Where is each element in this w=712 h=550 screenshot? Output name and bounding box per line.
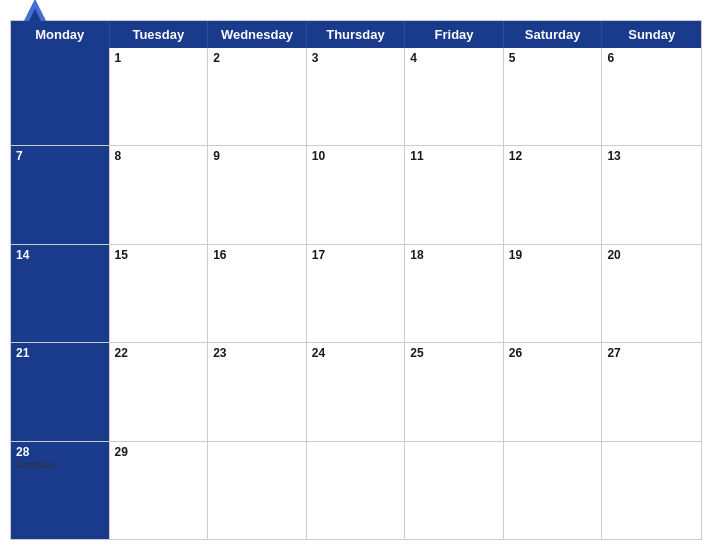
day-number: 3	[312, 52, 400, 64]
day-cell: 9	[208, 146, 307, 243]
day-number: 26	[509, 347, 597, 359]
day-number: 15	[115, 249, 203, 261]
day-cell: 18	[405, 245, 504, 342]
day-cell	[307, 442, 406, 539]
day-number: 20	[607, 249, 696, 261]
day-cell: 7	[11, 146, 110, 243]
day-cell: 16	[208, 245, 307, 342]
logo	[20, 0, 54, 25]
day-number: 25	[410, 347, 498, 359]
day-cell	[405, 442, 504, 539]
day-number: 2	[213, 52, 301, 64]
day-number: 9	[213, 150, 301, 162]
day-cell	[602, 442, 701, 539]
day-cell: 28Fastelavn	[11, 442, 110, 539]
day-number: 17	[312, 249, 400, 261]
week-row-3: 14151617181920	[11, 244, 701, 342]
holiday-label: Fastelavn	[16, 460, 104, 470]
day-number: 28	[16, 446, 104, 458]
day-cell: 3	[307, 48, 406, 145]
day-cell	[11, 48, 110, 145]
day-cell	[208, 442, 307, 539]
day-number: 11	[410, 150, 498, 162]
day-number: 22	[115, 347, 203, 359]
day-headers-row: MondayTuesdayWednesdayThursdayFridaySatu…	[11, 21, 701, 48]
day-cell: 15	[110, 245, 209, 342]
week-row-2: 78910111213	[11, 145, 701, 243]
day-cell: 6	[602, 48, 701, 145]
week-row-5: 28Fastelavn29	[11, 441, 701, 539]
day-cell: 11	[405, 146, 504, 243]
day-header-sunday: Sunday	[602, 21, 701, 48]
day-cell: 22	[110, 343, 209, 440]
day-header-saturday: Saturday	[504, 21, 603, 48]
day-cell: 4	[405, 48, 504, 145]
day-cell: 5	[504, 48, 603, 145]
day-header-thursday: Thursday	[307, 21, 406, 48]
day-number: 5	[509, 52, 597, 64]
day-cell: 12	[504, 146, 603, 243]
day-header-wednesday: Wednesday	[208, 21, 307, 48]
day-number: 21	[16, 347, 104, 359]
day-number: 29	[115, 446, 203, 458]
day-cell: 25	[405, 343, 504, 440]
day-number: 19	[509, 249, 597, 261]
day-cell: 29	[110, 442, 209, 539]
day-header-friday: Friday	[405, 21, 504, 48]
calendar-header	[0, 0, 712, 20]
day-cell: 8	[110, 146, 209, 243]
day-number: 13	[607, 150, 696, 162]
week-row-4: 21222324252627	[11, 342, 701, 440]
day-number: 14	[16, 249, 104, 261]
day-header-tuesday: Tuesday	[110, 21, 209, 48]
day-header-monday: Monday	[11, 21, 110, 48]
day-number: 27	[607, 347, 696, 359]
day-number: 23	[213, 347, 301, 359]
day-number: 12	[509, 150, 597, 162]
day-number: 7	[16, 150, 104, 162]
day-number: 8	[115, 150, 203, 162]
day-number: 16	[213, 249, 301, 261]
day-cell: 21	[11, 343, 110, 440]
day-cell: 14	[11, 245, 110, 342]
day-cell: 26	[504, 343, 603, 440]
logo-icon	[20, 0, 50, 25]
week-row-1: 123456	[11, 48, 701, 145]
day-cell: 2	[208, 48, 307, 145]
day-number: 24	[312, 347, 400, 359]
day-cell: 19	[504, 245, 603, 342]
day-cell: 20	[602, 245, 701, 342]
day-number: 6	[607, 52, 696, 64]
day-cell: 10	[307, 146, 406, 243]
day-number: 4	[410, 52, 498, 64]
day-cell: 1	[110, 48, 209, 145]
day-number: 18	[410, 249, 498, 261]
day-cell: 27	[602, 343, 701, 440]
day-cell: 24	[307, 343, 406, 440]
day-cell: 13	[602, 146, 701, 243]
day-number: 1	[115, 52, 203, 64]
day-number: 10	[312, 150, 400, 162]
day-cell: 23	[208, 343, 307, 440]
calendar-grid: MondayTuesdayWednesdayThursdayFridaySatu…	[10, 20, 702, 540]
day-cell	[504, 442, 603, 539]
day-cell: 17	[307, 245, 406, 342]
weeks-container: 1234567891011121314151617181920212223242…	[11, 48, 701, 539]
